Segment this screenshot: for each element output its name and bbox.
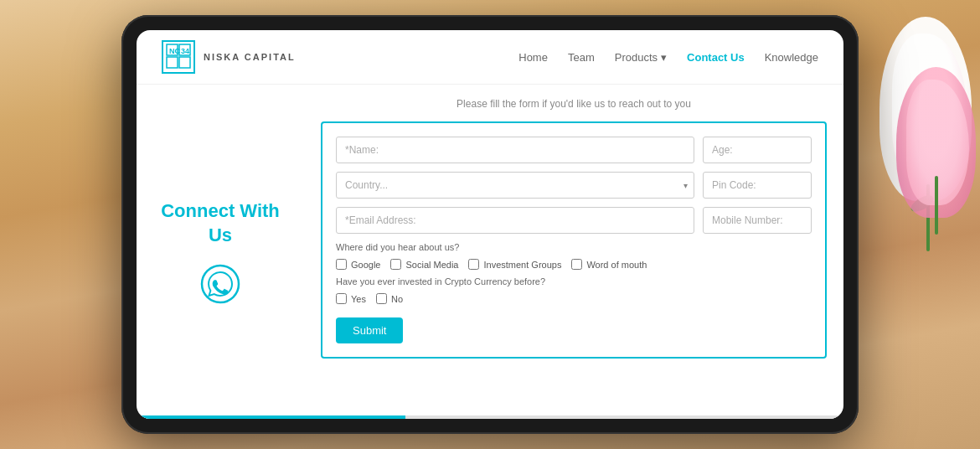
svg-point-6 xyxy=(202,266,239,302)
checkbox-social-media-input[interactable] xyxy=(390,259,401,270)
progress-bar-fill xyxy=(137,415,405,419)
nav-products[interactable]: Products ▾ xyxy=(615,51,667,64)
nav-knowledge[interactable]: Knowledge xyxy=(765,51,818,64)
submit-button[interactable]: Submit xyxy=(336,317,403,343)
crypto-label: Have you ever invested in Crypto Currenc… xyxy=(336,276,812,286)
nav-home[interactable]: Home xyxy=(518,51,548,64)
mobile-input[interactable] xyxy=(703,207,812,234)
tablet-screen: NC 34 NISKA CAPITAL Home Team Products ▾… xyxy=(137,30,843,419)
checkbox-word-of-mouth-label: Word of mouth xyxy=(586,260,647,270)
checkbox-social-media[interactable]: Social Media xyxy=(390,259,458,270)
checkbox-word-of-mouth[interactable]: Word of mouth xyxy=(571,259,647,270)
nav-links: Home Team Products ▾ Contact Us Knowledg… xyxy=(518,51,818,64)
tablet-frame: NC 34 NISKA CAPITAL Home Team Products ▾… xyxy=(121,15,859,434)
country-select[interactable]: Country... xyxy=(336,172,694,199)
svg-text:NC: NC xyxy=(169,47,180,55)
connect-title: Connect With Us xyxy=(153,199,287,247)
checkbox-google-input[interactable] xyxy=(336,259,347,270)
pincode-input[interactable] xyxy=(703,172,812,199)
name-input[interactable] xyxy=(336,137,694,163)
contact-form: Country... ▾ Where did you hear about us… xyxy=(321,121,827,359)
form-subtitle: Please fill the form if you'd like us to… xyxy=(321,98,827,110)
checkbox-no[interactable]: No xyxy=(376,293,403,304)
checkbox-no-label: No xyxy=(391,294,403,304)
svg-rect-3 xyxy=(179,57,190,68)
logo-text: NISKA CAPITAL xyxy=(204,52,296,62)
checkbox-investment-groups-label: Investment Groups xyxy=(483,260,561,270)
heard-checkboxes: Google Social Media Investment Groups xyxy=(336,259,812,270)
checkbox-no-input[interactable] xyxy=(376,293,387,304)
email-mobile-row xyxy=(336,207,812,234)
nav-team[interactable]: Team xyxy=(568,51,595,64)
progress-bar-track xyxy=(137,415,843,419)
checkbox-social-media-label: Social Media xyxy=(405,260,458,270)
checkbox-investment-groups-input[interactable] xyxy=(468,259,479,270)
crypto-checkboxes: Yes No xyxy=(336,293,812,304)
checkbox-yes-input[interactable] xyxy=(336,293,347,304)
checkbox-investment-groups[interactable]: Investment Groups xyxy=(468,259,561,270)
right-panel: Please fill the form if you'd like us to… xyxy=(304,85,843,419)
left-panel: Connect With Us xyxy=(137,85,304,419)
svg-rect-2 xyxy=(167,57,178,68)
logo-area: NC 34 NISKA CAPITAL xyxy=(162,40,296,74)
main-content: Connect With Us Please fill the form if … xyxy=(137,85,843,419)
checkbox-yes[interactable]: Yes xyxy=(336,293,366,304)
country-select-wrapper: Country... ▾ xyxy=(336,172,694,199)
country-pin-row: Country... ▾ xyxy=(336,172,812,199)
logo-icon-text: NC 34 xyxy=(165,43,192,71)
age-input[interactable] xyxy=(703,137,812,163)
svg-text:34: 34 xyxy=(181,47,189,55)
where-heard-label: Where did you hear about us? xyxy=(336,242,812,252)
email-input[interactable] xyxy=(336,207,694,234)
nav-contact[interactable]: Contact Us xyxy=(687,51,745,64)
name-age-row xyxy=(336,137,812,163)
checkbox-yes-label: Yes xyxy=(351,294,366,304)
checkbox-word-of-mouth-input[interactable] xyxy=(571,259,582,270)
nav-header: NC 34 NISKA CAPITAL Home Team Products ▾… xyxy=(137,30,843,85)
dropdown-arrow-icon: ▾ xyxy=(661,51,667,64)
checkbox-google-label: Google xyxy=(351,260,380,270)
checkbox-google[interactable]: Google xyxy=(336,259,380,270)
whatsapp-icon[interactable] xyxy=(200,264,240,304)
logo-icon: NC 34 xyxy=(162,40,195,74)
